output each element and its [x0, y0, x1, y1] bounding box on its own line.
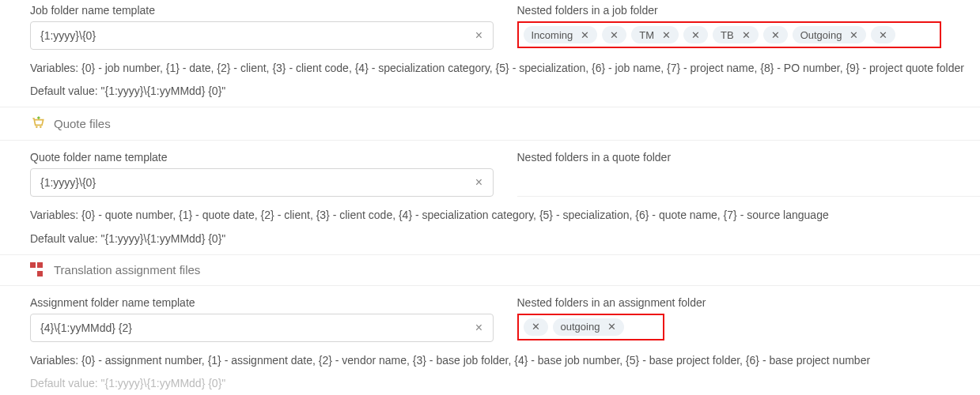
section-title: Quote files — [54, 117, 111, 130]
job-folder-input[interactable] — [31, 23, 493, 48]
section-header-quote: Quote files — [0, 107, 980, 141]
close-icon[interactable]: ✕ — [742, 30, 751, 40]
section-title: Translation assignment files — [54, 263, 200, 276]
svg-point-0 — [36, 126, 38, 129]
clear-icon[interactable]: × — [472, 28, 486, 43]
tag-label: TB — [721, 29, 734, 41]
quote-nested-label: Nested folders in a quote folder — [517, 151, 981, 164]
close-icon[interactable]: ✕ — [849, 30, 858, 40]
assignment-nested-label: Nested folders in an assignment folder — [517, 296, 981, 309]
svg-point-1 — [40, 126, 42, 129]
grid-icon — [30, 262, 46, 278]
tag-empty-remove[interactable]: ✕ — [524, 318, 548, 336]
tag-label: TM — [639, 29, 654, 41]
assignment-nested-highlight: ✕ outgoing ✕ — [517, 314, 664, 340]
tag-empty-remove[interactable]: ✕ — [602, 26, 626, 43]
tag-outgoing[interactable]: Outgoing ✕ — [793, 26, 867, 43]
quote-folder-label: Quote folder name template — [30, 151, 494, 164]
tag-empty-remove[interactable]: ✕ — [763, 26, 788, 43]
close-icon[interactable]: ✕ — [662, 30, 671, 40]
job-folder-input-wrap: × — [30, 21, 494, 50]
tag-outgoing[interactable]: outgoing ✕ — [553, 318, 625, 336]
tag-label: outgoing — [561, 321, 600, 333]
assignment-variables-hint: Variables: {0} - assignment number, {1} … — [30, 352, 980, 369]
job-default-value: Default value: "{1:yyyy}\{1:yyMMdd} {0}" — [30, 85, 980, 97]
tag-empty-remove[interactable]: ✕ — [871, 26, 895, 43]
tag-label: Incoming — [532, 29, 573, 41]
cart-icon — [30, 115, 46, 133]
section-header-translation: Translation assignment files — [0, 254, 980, 286]
assignment-folder-input-wrap: × — [30, 314, 494, 342]
quote-folder-input-wrap: × — [30, 168, 494, 197]
tag-incoming[interactable]: Incoming ✕ — [524, 26, 598, 43]
quote-nested-tags[interactable] — [517, 168, 981, 197]
job-nested-label: Nested folders in a job folder — [517, 4, 981, 17]
clear-icon[interactable]: × — [472, 175, 486, 190]
assignment-folder-label: Assignment folder name template — [30, 296, 494, 309]
assignment-default-value: Default value: "{1:yyyy}\{1:yyMMdd} {0}" — [30, 377, 980, 389]
quote-variables-hint: Variables: {0} - quote number, {1} - quo… — [30, 206, 980, 224]
tag-empty-remove[interactable]: ✕ — [683, 26, 708, 43]
close-icon[interactable]: ✕ — [607, 322, 616, 332]
clear-icon[interactable]: × — [472, 321, 486, 335]
job-variables-hint: Variables: {0} - job number, {1} - date,… — [30, 59, 980, 77]
tag-label: Outgoing — [800, 29, 842, 41]
job-nested-tags-highlight: Incoming ✕ ✕ TM ✕ ✕ TB ✕ — [517, 21, 941, 48]
tag-tm[interactable]: TM ✕ — [631, 26, 679, 43]
quote-default-value: Default value: "{1:yyyy}\{1:yyMMdd} {0}" — [30, 232, 980, 245]
assignment-nested-tags: ✕ outgoing ✕ — [517, 314, 981, 340]
close-icon[interactable]: ✕ — [581, 30, 589, 40]
assignment-folder-input[interactable] — [31, 315, 493, 340]
job-folder-label: Job folder name template — [30, 4, 494, 17]
quote-folder-input[interactable] — [31, 170, 493, 195]
tag-tb[interactable]: TB ✕ — [713, 26, 759, 43]
